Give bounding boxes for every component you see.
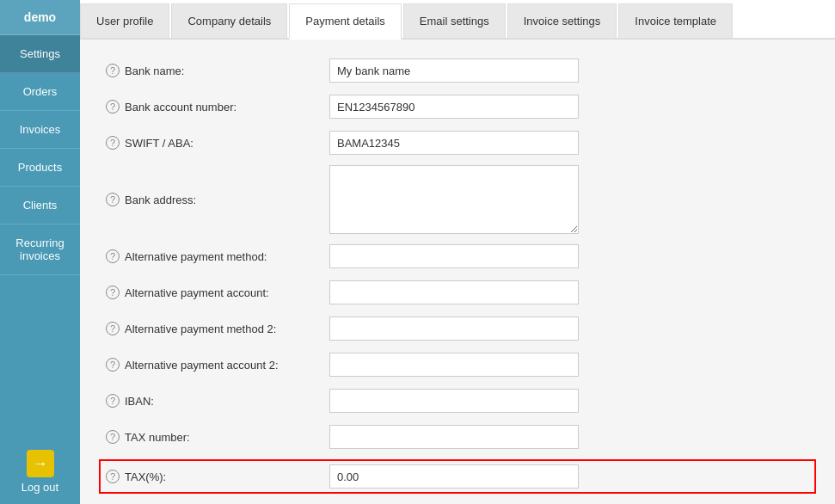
tax-number-row: ? TAX number: bbox=[106, 423, 809, 451]
sidebar-item-invoices[interactable]: Invoices bbox=[0, 111, 80, 149]
sidebar-user: demo bbox=[0, 0, 80, 35]
tax-number-help-icon[interactable]: ? bbox=[106, 430, 120, 444]
alt-payment-method-row: ? Alternative payment method: bbox=[106, 243, 809, 270]
alt-payment-method2-label: ? Alternative payment method 2: bbox=[106, 322, 329, 335]
alt-payment-account-input[interactable] bbox=[329, 280, 579, 304]
sidebar-item-clients[interactable]: Clients bbox=[0, 187, 80, 224]
bank-name-label: ? Bank name: bbox=[106, 64, 329, 77]
iban-row: ? IBAN: bbox=[106, 387, 809, 415]
tab-company-details[interactable]: Company details bbox=[171, 3, 287, 38]
form-area: ? Bank name: ? Bank account number: ? SW… bbox=[80, 40, 835, 504]
bank-address-help-icon[interactable]: ? bbox=[106, 193, 120, 206]
bank-account-help-icon[interactable]: ? bbox=[106, 100, 120, 114]
bank-address-textarea[interactable] bbox=[329, 165, 579, 234]
alt-payment-account2-row: ? Alternative payment account 2: bbox=[106, 351, 809, 378]
swift-input[interactable] bbox=[329, 131, 579, 155]
iban-input[interactable] bbox=[329, 389, 579, 413]
tab-invoice-template[interactable]: Invoice template bbox=[618, 3, 733, 38]
tax-number-input[interactable] bbox=[329, 425, 579, 449]
main-content: User profile Company details Payment det… bbox=[80, 0, 835, 504]
iban-label: ? IBAN: bbox=[106, 394, 329, 408]
bank-account-row: ? Bank account number: bbox=[106, 93, 809, 120]
sidebar-item-orders[interactable]: Orders bbox=[0, 73, 80, 111]
tax-percent-help-icon[interactable]: ? bbox=[106, 470, 120, 483]
alt-payment-account-label: ? Alternative payment account: bbox=[106, 286, 329, 299]
alt-payment-account2-label: ? Alternative payment account 2: bbox=[106, 358, 329, 372]
alt-payment-account2-input[interactable] bbox=[329, 353, 579, 377]
alt-payment-account2-help-icon[interactable]: ? bbox=[106, 358, 120, 372]
alt-payment-method2-input[interactable] bbox=[329, 317, 579, 341]
tax-percent-input[interactable] bbox=[329, 464, 579, 489]
tax-percent-label: ? TAX(%): bbox=[106, 470, 329, 483]
iban-help-icon[interactable]: ? bbox=[106, 394, 120, 408]
alt-payment-method2-help-icon[interactable]: ? bbox=[106, 322, 120, 335]
sidebar-item-products[interactable]: Products bbox=[0, 149, 80, 187]
sidebar-item-recurring-invoices[interactable]: Recurring invoices bbox=[0, 224, 80, 275]
bank-address-row: ? Bank address: bbox=[106, 165, 809, 234]
alt-payment-account-row: ? Alternative payment account: bbox=[106, 279, 809, 306]
logout-icon: → bbox=[27, 450, 54, 477]
swift-label: ? SWIFT / ABA: bbox=[106, 136, 329, 150]
tab-email-settings[interactable]: Email settings bbox=[403, 3, 506, 38]
logout-button[interactable]: → Log out bbox=[0, 439, 80, 504]
alt-payment-method-input[interactable] bbox=[329, 244, 579, 268]
alt-payment-method-label: ? Alternative payment method: bbox=[106, 249, 329, 263]
tab-bar: User profile Company details Payment det… bbox=[80, 0, 835, 40]
bank-name-row: ? Bank name: bbox=[106, 57, 809, 84]
sidebar-item-settings[interactable]: Settings bbox=[0, 35, 80, 73]
swift-help-icon[interactable]: ? bbox=[106, 136, 120, 150]
bank-name-help-icon[interactable]: ? bbox=[106, 64, 120, 77]
tax-percent-row: ? TAX(%): bbox=[99, 459, 816, 494]
bank-address-label: ? Bank address: bbox=[106, 193, 329, 206]
alt-payment-account-help-icon[interactable]: ? bbox=[106, 286, 120, 299]
alt-payment-method-help-icon[interactable]: ? bbox=[106, 249, 120, 263]
tab-invoice-settings[interactable]: Invoice settings bbox=[507, 3, 617, 38]
tab-user-profile[interactable]: User profile bbox=[80, 3, 169, 38]
bank-account-input[interactable] bbox=[329, 95, 579, 119]
sidebar-bottom: → Log out bbox=[0, 439, 80, 504]
sidebar: demo Settings Orders Invoices Products C… bbox=[0, 0, 80, 504]
bank-account-label: ? Bank account number: bbox=[106, 100, 329, 114]
tab-payment-details[interactable]: Payment details bbox=[289, 3, 402, 40]
tax-number-label: ? TAX number: bbox=[106, 430, 329, 444]
alt-payment-method2-row: ? Alternative payment method 2: bbox=[106, 315, 809, 342]
swift-row: ? SWIFT / ABA: bbox=[106, 129, 809, 157]
bank-name-input[interactable] bbox=[329, 58, 579, 83]
